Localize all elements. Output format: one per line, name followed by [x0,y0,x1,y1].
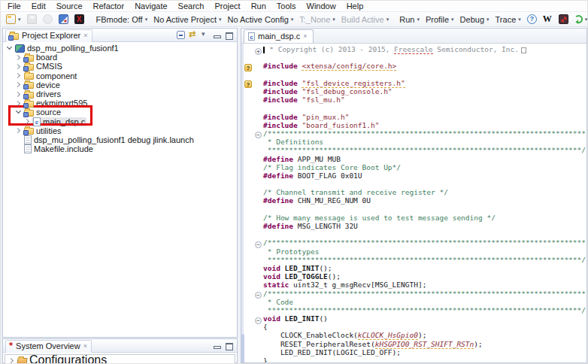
fold-minus-icon[interactable]: − [255,132,262,138]
profile-label: Profile [426,15,449,24]
tree-item-device[interactable]: device [3,80,237,89]
sync-button[interactable]: ▾ [571,14,588,24]
tree-item-drivers[interactable]: drivers [3,89,237,99]
code-line: + * Copyright (c) 2013 - 2015, Freescale… [241,45,586,53]
menu-tools[interactable]: Tools [271,1,302,11]
file-icon [24,144,32,153]
profile-dropdown[interactable]: Profile▾ [423,14,457,25]
dropdown-caret-icon: ▾ [145,17,148,23]
tree-item-label: CMSIS [36,62,62,71]
tree-item-configurations[interactable]: Configurations [5,356,235,364]
tree-item-source[interactable]: source [3,108,237,117]
tree-item-utilities[interactable]: utilities [3,126,237,135]
close-icon[interactable]: × [303,33,307,40]
tree-item-evkmimxrt595[interactable]: evkmimxrt595 [3,99,237,108]
unresolved-warning-icon[interactable]: ? [244,64,252,71]
code-line: ****************************************… [241,306,586,314]
maximize-icon[interactable] [225,31,233,39]
code-text: #include <xtensa/config/core.h> [263,62,396,70]
new-button[interactable]: ▾ [3,14,24,25]
tree-item-makefile-include[interactable]: Makefile.include [3,144,237,153]
collapsed-arrow-icon[interactable] [24,118,31,125]
fold-column: + [253,44,263,56]
close-icon[interactable]: × [83,343,87,350]
tree-item-component[interactable]: component [3,71,237,80]
menu-refactor[interactable]: Refactor [88,1,130,11]
tree-item-cmsis[interactable]: CMSIS [3,62,237,71]
code-text: ****************************************… [263,306,586,314]
fold-minus-icon[interactable]: − [255,317,262,324]
menu-edit[interactable]: Edit [26,1,51,11]
run-dropdown[interactable]: Run▾ [396,14,423,25]
collapsed-arrow-icon[interactable] [15,72,22,79]
fold-plus-icon[interactable]: + [255,48,262,55]
cfile-icon [33,117,41,126]
collapsed-arrow-icon[interactable] [15,63,22,70]
project-tree[interactable]: dsp_mu_polling_fusionf1boardCMSIScompone… [3,42,237,337]
expanded-arrow-icon[interactable] [15,109,22,116]
menu-run[interactable]: Run [246,1,271,11]
collapsed-arrow-icon[interactable] [15,81,22,88]
active-project-dropdown[interactable]: No Active Project▾ [150,14,224,25]
dropdown-caret-icon: ▾ [386,17,389,23]
menu-source[interactable]: Source [51,1,88,11]
trace-dropdown[interactable]: Trace▾ [493,14,524,25]
code-line: #include "board_fusionf1.h" [241,121,586,129]
link-with-editor-icon[interactable] [189,31,197,39]
code-text: /***************************************… [263,238,586,247]
debug-dropdown[interactable]: Debug▾ [457,14,493,25]
menu-navigate[interactable]: Navigate [129,1,172,11]
code-text: /***************************************… [263,129,586,138]
xt-build-button[interactable] [56,14,71,25]
system-overview-panel: * System Overview × Configuration [2,338,238,363]
expanded-arrow-icon[interactable] [6,45,13,52]
collapsed-arrow-icon[interactable] [8,357,15,364]
active-config-dropdown[interactable]: No Active Config▾ [224,14,296,25]
project-explorer-panel: Project Explorer × dsp_mu_polling_fusion… [2,28,238,338]
fold-minus-icon[interactable]: − [255,292,262,299]
project-explorer-tab[interactable]: Project Explorer × [5,29,92,42]
main-toolbar: ▾FBmode: Off▾No Active Project▾No Active… [1,11,587,27]
menu-project[interactable]: Project [209,1,245,11]
tree-item-label: dsp_mu_polling_fusionf1 debug jlink.laun… [34,135,194,144]
maximize-icon[interactable] [225,341,233,350]
tree-item-content: source [23,108,62,117]
collapsed-arrow-icon[interactable] [15,91,22,98]
srcfolder-icon [24,64,34,71]
menu-window[interactable]: Window [302,1,341,11]
code-text: #define BOOT_FLAG 0x01U [263,171,362,180]
fbmode-dropdown[interactable]: FBmode: Off▾ [93,14,151,25]
tree-item-board[interactable]: board [3,53,237,62]
menu-file[interactable]: File [2,1,26,11]
view-menu-icon[interactable] [201,31,209,39]
xplorer-button[interactable] [71,14,87,25]
pdf-button[interactable] [556,14,571,25]
active-config-label: No Active Config [227,15,288,24]
system-overview-tab[interactable]: * System Overview × [5,340,92,353]
code-text: } [263,356,268,362]
minimize-icon[interactable] [213,341,221,350]
collapsed-arrow-icon[interactable] [15,54,22,61]
fold-minus-icon[interactable]: − [255,241,262,248]
unresolved-warning-icon[interactable]: ? [244,80,252,88]
minimize-icon[interactable] [213,31,221,39]
menu-help[interactable]: Help [341,1,369,11]
pdf-icon [559,14,568,24]
editor-tab-main-dsp-c[interactable]: main_dsp.c × [244,29,314,43]
close-icon[interactable]: × [83,32,87,39]
code-text: #define APP_MU MUB [263,155,341,163]
code-line: ****************************************… [241,146,586,154]
collapsed-arrow-icon[interactable] [15,127,22,134]
collapse-all-icon[interactable] [177,31,185,39]
debug-label: Debug [460,15,484,24]
code-text: CLOCK_EnableClock(kCLOCK_HsGpio0); [263,331,426,339]
collapsed-arrow-icon[interactable] [15,100,22,107]
help-button[interactable] [524,14,540,25]
tree-item-label: Makefile.include [34,144,93,153]
tree-item-dsp-mu-polling-fusionf1-debug-jlink-launch[interactable]: dsp_mu_polling_fusionf1 debug jlink.laun… [3,135,237,144]
tree-item-main-dsp-c[interactable]: main_dsp.c [3,117,237,126]
word-w-button[interactable] [540,14,556,25]
tree-item-dsp-mu-polling-fusionf1[interactable]: dsp_mu_polling_fusionf1 [3,44,237,53]
code-editor[interactable]: + * Copyright (c) 2013 - 2015, Freescale… [241,44,586,362]
menu-search[interactable]: Search [173,1,210,11]
